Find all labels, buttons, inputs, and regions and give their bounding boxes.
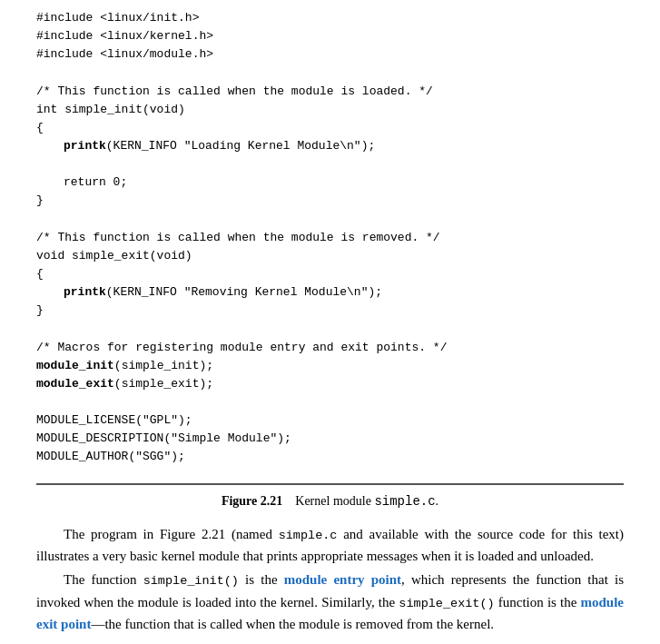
code-line-5: { xyxy=(36,119,624,137)
code-line-16: MODULE_DESCRIPTION("Simple Module"); xyxy=(36,430,624,448)
code-comment-1: /* This function is called when the modu… xyxy=(36,83,624,101)
paragraph-1: The program in Figure 2.21 (named simple… xyxy=(36,523,624,568)
code-line-2: #include <linux/kernel.h> xyxy=(36,27,624,45)
code-line-9: void simple_exit(void) xyxy=(36,247,624,265)
code-line-17: MODULE_AUTHOR("SGG"); xyxy=(36,448,624,466)
inline-code-simple-init: simple_init() xyxy=(143,574,239,588)
figure-caption-code: simple.c xyxy=(374,494,435,509)
code-line-12: } xyxy=(36,302,624,320)
code-line-6: printk(KERN_INFO "Loading Kernel Module\… xyxy=(36,137,624,155)
figure-label: Figure 2.21 xyxy=(222,494,282,508)
body-text: The program in Figure 2.21 (named simple… xyxy=(36,523,624,636)
section-divider xyxy=(36,483,624,485)
code-line-3: #include <linux/module.h> xyxy=(36,45,624,64)
code-line-blank-1 xyxy=(36,64,624,82)
code-line-11: printk(KERN_INFO "Removing Kernel Module… xyxy=(36,283,624,302)
code-line-blank-4 xyxy=(36,320,624,338)
code-line-blank-3 xyxy=(36,211,624,229)
code-comment-3: /* Macros for registering module entry a… xyxy=(36,339,624,357)
code-line-blank-2 xyxy=(36,155,624,173)
figure-caption: Figure 2.21 Kernel module simple.c. xyxy=(36,494,624,509)
inline-code-simple-exit: simple_exit() xyxy=(399,597,494,610)
code-line-7: return 0; xyxy=(36,173,624,192)
code-comment-2: /* This function is called when the modu… xyxy=(36,229,624,247)
code-line-4: int simple_init(void) xyxy=(36,101,624,119)
figure-caption-suffix: . xyxy=(436,494,439,508)
code-block: #include <linux/init.h> #include <linux/… xyxy=(36,9,624,467)
inline-code-simple-c: simple.c xyxy=(279,529,338,542)
code-container: #include <linux/init.h> #include <linux/… xyxy=(36,9,624,467)
code-line-15: MODULE_LICENSE("GPL"); xyxy=(36,411,624,430)
code-line-10: { xyxy=(36,265,624,283)
code-line-14: module_exit(simple_exit); xyxy=(36,375,624,393)
code-line-8: } xyxy=(36,192,624,210)
highlight-module-entry-point: module entry point xyxy=(284,572,401,587)
figure-caption-text: Kernel module xyxy=(295,494,371,508)
code-line-blank-5 xyxy=(36,393,624,411)
code-line-1: #include <linux/init.h> xyxy=(36,9,624,27)
paragraph-2: The function simple_init() is the module… xyxy=(36,569,624,635)
code-line-13: module_init(simple_init); xyxy=(36,357,624,375)
highlight-module-exit-point: module exit point xyxy=(36,595,624,632)
